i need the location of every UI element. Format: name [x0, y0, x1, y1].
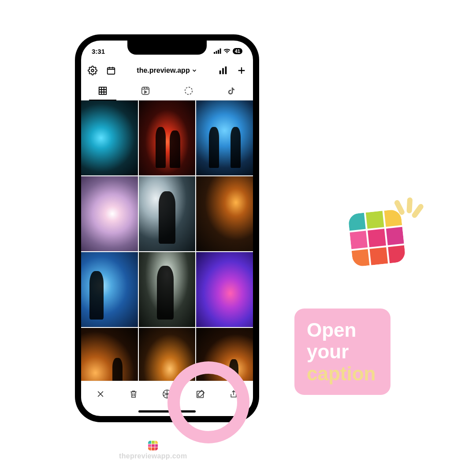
svg-rect-8: [225, 67, 227, 74]
preview-app-logo: [348, 209, 406, 267]
tab-grid[interactable]: [81, 81, 124, 100]
svg-rect-5: [108, 68, 115, 74]
tab-reels[interactable]: [124, 81, 167, 100]
battery-indicator: 41: [233, 48, 242, 54]
app-toolbar: the.preview.app: [81, 60, 253, 81]
watermark: thepreviewapp.com: [119, 441, 187, 460]
grid-item[interactable]: [196, 176, 253, 251]
account-switcher[interactable]: the.preview.app: [137, 67, 197, 74]
svg-rect-3: [219, 48, 221, 54]
tab-tiktok[interactable]: [210, 81, 253, 100]
callout-highlight-ring: [167, 361, 249, 443]
svg-point-4: [91, 69, 94, 72]
callout-line3: caption: [307, 363, 376, 384]
signal-icon: [214, 48, 221, 54]
watermark-logo-icon: [148, 441, 158, 450]
close-button[interactable]: [89, 385, 112, 403]
grid-item[interactable]: [196, 252, 253, 327]
calendar-button[interactable]: [106, 65, 116, 76]
phone-notch: [127, 41, 207, 55]
svg-rect-0: [214, 52, 215, 54]
view-tabs: [81, 81, 253, 100]
svg-rect-6: [219, 71, 221, 74]
chevron-down-icon: [191, 67, 197, 74]
callout-line1: Open: [307, 319, 376, 341]
grid-item[interactable]: [81, 176, 138, 251]
tab-stories[interactable]: [167, 81, 210, 100]
battery-value: 41: [235, 48, 240, 54]
add-button[interactable]: [236, 65, 247, 76]
watermark-text: thepreviewapp.com: [119, 452, 187, 460]
settings-button[interactable]: [87, 65, 98, 76]
grid-item[interactable]: [139, 252, 196, 327]
status-right: 41: [214, 48, 242, 54]
svg-rect-7: [222, 68, 224, 74]
grid-item[interactable]: [81, 100, 138, 175]
svg-rect-10: [142, 87, 149, 94]
photo-grid: [81, 100, 253, 381]
wifi-icon: [223, 48, 231, 54]
svg-point-11: [185, 87, 193, 94]
grid-item[interactable]: [139, 100, 196, 175]
grid-item[interactable]: [81, 252, 138, 327]
delete-button[interactable]: [123, 385, 145, 403]
svg-rect-9: [99, 87, 107, 94]
grid-item[interactable]: [196, 100, 253, 175]
phone-screen: 3:31 41 the.preview.ap: [81, 41, 253, 416]
account-name: the.preview.app: [137, 67, 190, 74]
grid-item[interactable]: [139, 176, 196, 251]
svg-rect-2: [218, 50, 219, 54]
analytics-button[interactable]: [218, 65, 228, 76]
grid-item[interactable]: [81, 328, 138, 381]
callout-line2: your: [307, 341, 376, 362]
status-time: 3:31: [92, 48, 105, 55]
svg-rect-1: [216, 51, 217, 54]
phone-mockup: 3:31 41 the.preview.ap: [75, 34, 259, 422]
instruction-callout: Open your caption: [294, 309, 390, 395]
